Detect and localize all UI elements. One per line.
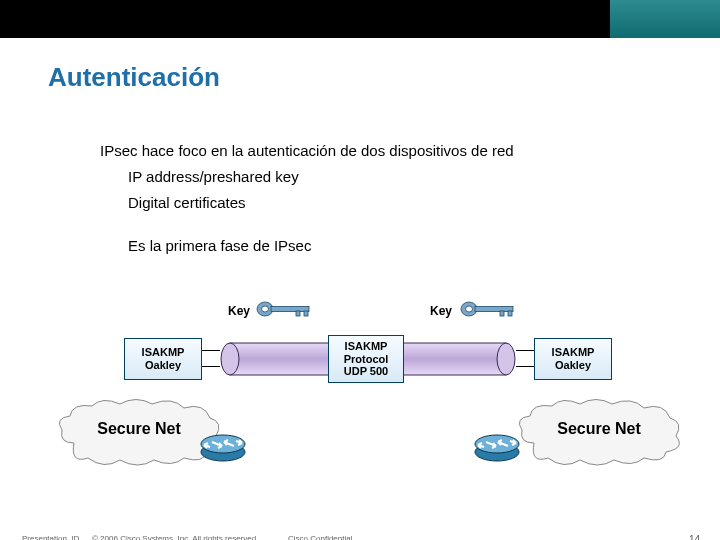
svg-rect-3 [296,311,300,316]
key-icon [256,298,316,320]
page-number: 14 [689,534,700,540]
box-label: UDP 500 [335,365,397,378]
title-bar [0,0,720,38]
box-label: Oakley [131,359,195,372]
key-label-right: Key [430,304,452,318]
box-label: Oakley [541,359,605,372]
confidential-label: Cisco Confidential [288,534,352,540]
body-line-3: Digital certificates [128,192,660,214]
presentation-id: Presentation_ID [22,534,79,540]
box-label: ISAKMP [131,346,195,359]
cloud-label: Secure Net [54,420,224,438]
svg-rect-9 [508,311,512,316]
connector-line [202,366,220,367]
body-line-2: IP address/preshared key [128,166,660,188]
key-icon [460,298,520,320]
svg-rect-4 [304,311,308,316]
svg-point-6 [466,306,473,312]
cloud-label: Secure Net [514,420,684,438]
connector-line [202,350,220,351]
box-label: ISAKMP [335,340,397,353]
secure-net-cloud-right: Secure Net [514,420,684,438]
secure-net-cloud-left: Secure Net [54,420,224,438]
isakmp-box-right: ISAKMP Oakley [534,338,612,380]
isakmp-box-middle: ISAKMP Protocol UDP 500 [328,335,404,383]
svg-rect-8 [500,311,504,316]
box-label: Protocol [335,353,397,366]
diagram: Key Key [0,300,720,480]
body-line-4: Es la primera fase de IPsec [128,235,660,257]
svg-point-1 [262,306,269,312]
copyright: © 2006 Cisco Systems, Inc. All rights re… [92,534,258,540]
body-line-1: IPsec hace foco en la autenticación de d… [100,140,660,162]
isakmp-box-left: ISAKMP Oakley [124,338,202,380]
svg-point-12 [497,343,515,375]
svg-point-11 [221,343,239,375]
key-label-left: Key [228,304,250,318]
slide-body: IPsec hace foco en la autenticación de d… [100,140,660,257]
slide-title: Autenticación [48,62,220,93]
box-label: ISAKMP [541,346,605,359]
svg-rect-2 [271,307,309,312]
connector-line [516,350,534,351]
svg-rect-7 [475,307,513,312]
connector-line [516,366,534,367]
